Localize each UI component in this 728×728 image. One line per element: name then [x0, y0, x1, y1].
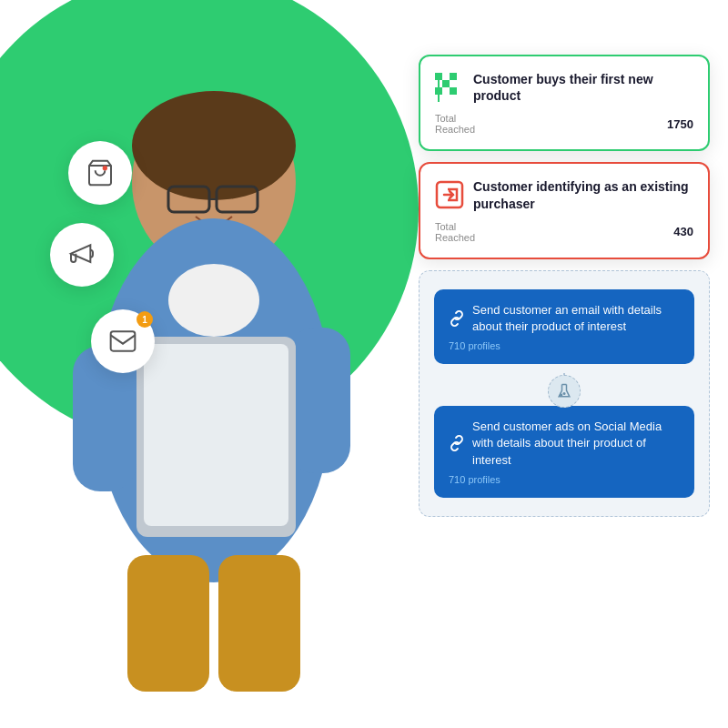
trigger-card-first-purchase: Customer buys their first new product To… — [419, 55, 710, 151]
svg-rect-23 — [442, 87, 450, 95]
svg-rect-18 — [450, 73, 457, 80]
link-icon-social — [449, 435, 465, 451]
megaphone-icon-bubble — [50, 223, 114, 287]
exit-arrow-icon — [435, 180, 464, 209]
trigger-card-existing-purchaser: Customer identifying as an existing purc… — [419, 162, 710, 258]
flask-icon-circle — [548, 375, 581, 408]
svg-rect-17 — [442, 73, 450, 80]
checkered-flag-icon — [435, 73, 464, 102]
svg-rect-11 — [287, 328, 350, 473]
svg-rect-2 — [111, 331, 136, 350]
cart-icon-bubble — [68, 141, 132, 205]
svg-point-28 — [563, 393, 565, 395]
action-card-social: Send customer ads on Social Media with d… — [434, 406, 694, 498]
link-icon-email — [449, 310, 465, 327]
svg-point-4 — [132, 91, 296, 200]
action-panel: Send customer an email with details abou… — [419, 270, 710, 517]
svg-point-1 — [103, 166, 107, 170]
action-connector — [434, 373, 694, 410]
action-email-title: Send customer an email with details abou… — [472, 302, 680, 335]
action-social-title: Send customer ads on Social Media with d… — [472, 419, 680, 469]
cards-container: Customer buys their first new product To… — [419, 55, 710, 517]
trigger-card-first-purchase-stat-sublabel: Reached — [435, 124, 475, 135]
scene: 1 — [0, 0, 728, 728]
email-icon-bubble: 1 — [91, 309, 155, 373]
trigger-card-existing-purchaser-stat-value: 430 — [673, 225, 693, 238]
trigger-card-existing-purchaser-stat-sublabel: Reached — [435, 232, 475, 243]
svg-rect-21 — [450, 80, 457, 87]
trigger-card-first-purchase-stat-label: Total — [435, 113, 475, 124]
svg-rect-14 — [127, 555, 209, 692]
svg-rect-20 — [442, 80, 450, 87]
svg-rect-13 — [144, 344, 288, 526]
svg-rect-24 — [450, 87, 457, 95]
email-badge: 1 — [136, 311, 153, 328]
trigger-card-existing-purchaser-stat-label: Total — [435, 221, 475, 232]
trigger-card-first-purchase-stat-value: 1750 — [667, 117, 693, 131]
svg-rect-15 — [218, 555, 300, 692]
trigger-card-first-purchase-title: Customer buys their first new product — [473, 71, 693, 104]
action-social-profiles: 710 profiles — [449, 474, 680, 485]
action-card-email: Send customer an email with details abou… — [434, 289, 694, 364]
trigger-card-existing-purchaser-title: Customer identifying as an existing purc… — [473, 178, 693, 211]
svg-point-9 — [168, 264, 259, 337]
svg-point-27 — [561, 394, 562, 396]
action-email-profiles: 710 profiles — [449, 340, 680, 351]
